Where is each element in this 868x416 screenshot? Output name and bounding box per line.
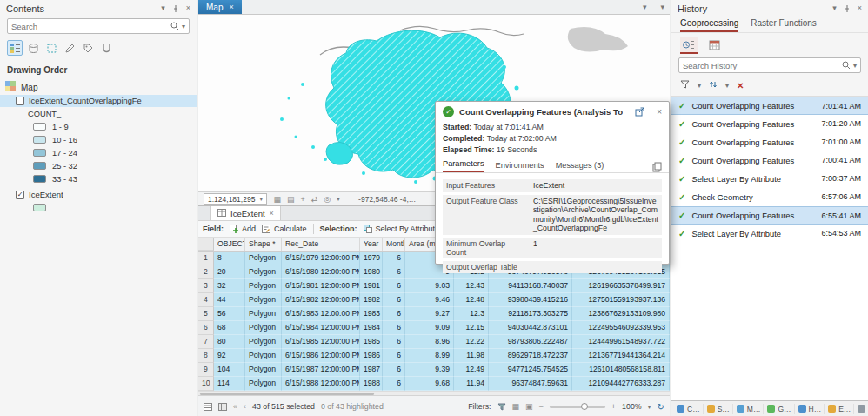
table-cell[interactable]: 12.48 [454, 293, 489, 307]
sort-icon[interactable] [709, 80, 718, 91]
row-number[interactable]: 3 [198, 279, 214, 293]
table-cell[interactable]: 104 [214, 363, 245, 377]
legend-class-item[interactable]: 10 - 16 [0, 133, 197, 146]
history-calendar-view-button[interactable] [705, 37, 723, 54]
table-cell[interactable]: 98793806.222487 [489, 335, 572, 349]
table-cell[interactable]: 11.98 [454, 349, 489, 363]
history-search-input[interactable] [683, 61, 839, 70]
pin-icon[interactable] [844, 4, 851, 13]
dock-tab[interactable]: E… [825, 404, 854, 414]
table-cell[interactable]: 92 [214, 349, 245, 363]
first-record-icon[interactable]: « [233, 402, 237, 411]
table-cell[interactable]: 6/15/1985 12:00:00 PM [282, 335, 360, 349]
table-cell[interactable]: Polygon [245, 279, 282, 293]
layer-item-countoverlapping[interactable]: IceExtent_CountOverlappingFe [0, 95, 197, 107]
table-cell[interactable]: 1988 [360, 377, 383, 391]
table-cell[interactable]: 6 [383, 293, 405, 307]
row-selector-header[interactable] [198, 238, 214, 251]
table-cell[interactable]: 6 [383, 307, 405, 321]
history-item[interactable]: ✓ Select Layer By Attribute 7:00:37 AM [671, 170, 868, 188]
table-cell[interactable]: 1982 [360, 293, 383, 307]
table-cell[interactable]: 114 [214, 377, 245, 391]
table-cell[interactable]: 123867629133109.980 [572, 307, 670, 321]
table-cell[interactable]: 122495546092339.953 [572, 321, 670, 335]
scale-selector[interactable]: 1:124,181,295 ▾ [204, 193, 267, 205]
row-number[interactable]: 1 [198, 252, 214, 265]
chevron-down-icon[interactable]: ▾ [853, 62, 857, 70]
table-cell[interactable]: 1987 [360, 363, 383, 377]
table-cell[interactable]: 9.46 [405, 293, 454, 307]
table-cell[interactable]: 6/15/1980 12:00:00 PM [282, 265, 360, 279]
tab-parameters[interactable]: Parameters [443, 159, 484, 172]
calculate-field-button[interactable]: Calculate [262, 225, 307, 233]
history-item[interactable]: ✓ Select Layer By Attribute 6:54:53 AM [671, 225, 868, 243]
tab-messages[interactable]: Messages (3) [556, 161, 604, 172]
table-cell[interactable]: 12.22 [454, 335, 489, 349]
legend-class-item[interactable]: 33 - 43 [0, 172, 197, 185]
table-cell[interactable]: 6 [383, 363, 405, 377]
dock-tab[interactable]: C… [855, 404, 868, 414]
history-item[interactable]: ✓ Count Overlapping Features 7:01:41 AM [671, 97, 868, 115]
table-cell[interactable]: 6/15/1987 12:00:00 PM [282, 363, 360, 377]
table-row[interactable]: 10114Polygon6/15/1988 12:00:00 PM198869.… [198, 377, 670, 391]
list-by-snapping-button[interactable] [98, 40, 114, 56]
table-cell[interactable]: 121367719441364.214 [572, 349, 670, 363]
table-cell[interactable]: 93980439.415216 [489, 293, 572, 307]
table-tab-iceextent[interactable]: IceExtent × [210, 206, 281, 220]
close-icon[interactable]: × [186, 4, 190, 12]
slider-thumb[interactable] [581, 403, 588, 410]
swap-icon[interactable]: ⇄ [311, 195, 318, 204]
table-cell[interactable]: 6/15/1981 12:00:00 PM [282, 279, 360, 293]
table-cell[interactable]: Polygon [245, 321, 282, 335]
dock-tab[interactable]: M… [734, 404, 765, 414]
close-icon[interactable]: × [657, 108, 662, 117]
table-cell[interactable]: Polygon [245, 335, 282, 349]
table-cell[interactable]: Polygon [245, 377, 282, 391]
row-number[interactable]: 8 [198, 349, 214, 363]
chevron-down-icon[interactable]: ▾ [832, 4, 837, 12]
table-cell[interactable]: 8 [214, 252, 245, 265]
table-row[interactable]: 668Polygon6/15/1984 12:00:00 PM198469.09… [198, 321, 670, 335]
chevron-down-icon[interactable]: ▾ [648, 403, 651, 411]
table-cell[interactable]: Polygon [245, 307, 282, 321]
table-cell[interactable]: 1981 [360, 279, 383, 293]
table-cell[interactable]: 6/15/1984 12:00:00 PM [282, 321, 360, 335]
column-header[interactable]: Month [383, 238, 405, 251]
scrollbar-thumb[interactable] [200, 393, 374, 395]
copy-icon[interactable] [652, 162, 662, 172]
table-cell[interactable]: 11.94 [454, 377, 489, 391]
legend-class-item[interactable]: 25 - 32 [0, 159, 197, 172]
table-row[interactable]: 556Polygon6/15/1983 12:00:00 PM198369.27… [198, 307, 670, 321]
table-row[interactable]: 9104Polygon6/15/1987 12:00:00 PM198769.3… [198, 363, 670, 377]
table-view-icon[interactable] [204, 403, 212, 411]
table-cell[interactable]: 127501559193937.136 [572, 293, 670, 307]
table-cell[interactable]: 121094442776333.287 [572, 377, 670, 391]
table-cell[interactable]: 8.96 [405, 335, 454, 349]
close-icon[interactable]: × [270, 209, 274, 218]
table-cell[interactable]: 1979 [360, 252, 383, 265]
filter-funnel-icon[interactable] [497, 403, 506, 411]
history-item[interactable]: ✓ Count Overlapping Features 7:01:20 AM [671, 115, 868, 133]
table-cell[interactable]: 6 [383, 335, 405, 349]
table-cell[interactable]: 12.49 [454, 363, 489, 377]
table-cell[interactable]: 89629718.472237 [489, 349, 572, 363]
chevron-down-icon[interactable]: ▾ [161, 4, 165, 12]
list-by-drawing-order-button[interactable] [7, 40, 23, 56]
open-tool-icon[interactable] [635, 107, 644, 117]
table-cell[interactable]: 124449961548937.722 [572, 335, 670, 349]
filter-funnel-icon[interactable] [680, 80, 690, 91]
table-cell[interactable]: 92118173.303275 [489, 307, 572, 321]
table-cell[interactable]: 6/15/1983 12:00:00 PM [282, 307, 360, 321]
history-item[interactable]: ✓ Check Geometry 6:57:06 AM [671, 188, 868, 206]
row-number[interactable]: 7 [198, 335, 214, 349]
close-icon[interactable]: × [858, 4, 862, 12]
horizontal-scrollbar[interactable] [198, 391, 670, 395]
column-header[interactable]: OBJECTID [214, 238, 245, 251]
list-by-labeling-button[interactable] [80, 40, 96, 56]
chevron-down-icon[interactable]: ▾ [725, 82, 729, 90]
remove-icon[interactable]: ✕ [737, 81, 744, 91]
row-number[interactable]: 2 [198, 265, 214, 279]
row-number[interactable]: 10 [198, 377, 214, 391]
table-cell[interactable]: 94771245.754525 [489, 363, 572, 377]
table-cell[interactable]: 94030442.873101 [489, 321, 572, 335]
